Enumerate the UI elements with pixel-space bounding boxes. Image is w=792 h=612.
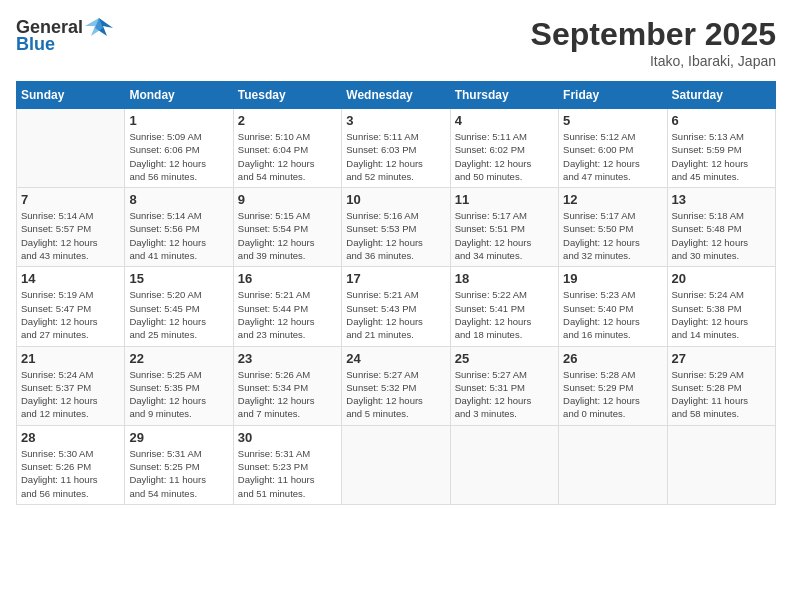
day-number: 3	[346, 113, 445, 128]
day-info: Sunrise: 5:30 AMSunset: 5:26 PMDaylight:…	[21, 447, 120, 500]
day-info: Sunrise: 5:24 AMSunset: 5:38 PMDaylight:…	[672, 288, 771, 341]
calendar-cell: 21Sunrise: 5:24 AMSunset: 5:37 PMDayligh…	[17, 346, 125, 425]
day-number: 29	[129, 430, 228, 445]
day-number: 8	[129, 192, 228, 207]
day-info: Sunrise: 5:31 AMSunset: 5:25 PMDaylight:…	[129, 447, 228, 500]
day-info: Sunrise: 5:27 AMSunset: 5:31 PMDaylight:…	[455, 368, 554, 421]
location-subtitle: Itako, Ibaraki, Japan	[531, 53, 776, 69]
column-header-tuesday: Tuesday	[233, 82, 341, 109]
calendar-header-row: SundayMondayTuesdayWednesdayThursdayFrid…	[17, 82, 776, 109]
calendar-cell	[17, 109, 125, 188]
day-number: 5	[563, 113, 662, 128]
day-info: Sunrise: 5:24 AMSunset: 5:37 PMDaylight:…	[21, 368, 120, 421]
logo: General Blue	[16, 16, 113, 55]
calendar-week-row: 7Sunrise: 5:14 AMSunset: 5:57 PMDaylight…	[17, 188, 776, 267]
day-info: Sunrise: 5:21 AMSunset: 5:44 PMDaylight:…	[238, 288, 337, 341]
calendar-cell: 25Sunrise: 5:27 AMSunset: 5:31 PMDayligh…	[450, 346, 558, 425]
calendar-cell: 6Sunrise: 5:13 AMSunset: 5:59 PMDaylight…	[667, 109, 775, 188]
day-number: 11	[455, 192, 554, 207]
calendar-cell: 9Sunrise: 5:15 AMSunset: 5:54 PMDaylight…	[233, 188, 341, 267]
day-info: Sunrise: 5:17 AMSunset: 5:50 PMDaylight:…	[563, 209, 662, 262]
day-number: 16	[238, 271, 337, 286]
day-info: Sunrise: 5:09 AMSunset: 6:06 PMDaylight:…	[129, 130, 228, 183]
column-header-monday: Monday	[125, 82, 233, 109]
logo-blue-text: Blue	[16, 34, 55, 55]
column-header-friday: Friday	[559, 82, 667, 109]
calendar-cell: 19Sunrise: 5:23 AMSunset: 5:40 PMDayligh…	[559, 267, 667, 346]
day-number: 15	[129, 271, 228, 286]
calendar-cell: 7Sunrise: 5:14 AMSunset: 5:57 PMDaylight…	[17, 188, 125, 267]
calendar-cell: 10Sunrise: 5:16 AMSunset: 5:53 PMDayligh…	[342, 188, 450, 267]
calendar-cell	[667, 425, 775, 504]
day-info: Sunrise: 5:25 AMSunset: 5:35 PMDaylight:…	[129, 368, 228, 421]
calendar-cell: 24Sunrise: 5:27 AMSunset: 5:32 PMDayligh…	[342, 346, 450, 425]
day-info: Sunrise: 5:10 AMSunset: 6:04 PMDaylight:…	[238, 130, 337, 183]
calendar-week-row: 14Sunrise: 5:19 AMSunset: 5:47 PMDayligh…	[17, 267, 776, 346]
day-info: Sunrise: 5:14 AMSunset: 5:57 PMDaylight:…	[21, 209, 120, 262]
day-number: 6	[672, 113, 771, 128]
day-info: Sunrise: 5:28 AMSunset: 5:29 PMDaylight:…	[563, 368, 662, 421]
calendar-cell: 28Sunrise: 5:30 AMSunset: 5:26 PMDayligh…	[17, 425, 125, 504]
day-number: 26	[563, 351, 662, 366]
title-section: September 2025 Itako, Ibaraki, Japan	[531, 16, 776, 69]
calendar-cell: 15Sunrise: 5:20 AMSunset: 5:45 PMDayligh…	[125, 267, 233, 346]
day-info: Sunrise: 5:31 AMSunset: 5:23 PMDaylight:…	[238, 447, 337, 500]
day-info: Sunrise: 5:21 AMSunset: 5:43 PMDaylight:…	[346, 288, 445, 341]
day-number: 20	[672, 271, 771, 286]
calendar-cell: 17Sunrise: 5:21 AMSunset: 5:43 PMDayligh…	[342, 267, 450, 346]
day-number: 9	[238, 192, 337, 207]
day-info: Sunrise: 5:11 AMSunset: 6:02 PMDaylight:…	[455, 130, 554, 183]
calendar-cell: 23Sunrise: 5:26 AMSunset: 5:34 PMDayligh…	[233, 346, 341, 425]
day-info: Sunrise: 5:17 AMSunset: 5:51 PMDaylight:…	[455, 209, 554, 262]
day-info: Sunrise: 5:18 AMSunset: 5:48 PMDaylight:…	[672, 209, 771, 262]
day-number: 22	[129, 351, 228, 366]
calendar-week-row: 28Sunrise: 5:30 AMSunset: 5:26 PMDayligh…	[17, 425, 776, 504]
day-number: 12	[563, 192, 662, 207]
day-number: 25	[455, 351, 554, 366]
day-number: 13	[672, 192, 771, 207]
day-number: 17	[346, 271, 445, 286]
day-info: Sunrise: 5:19 AMSunset: 5:47 PMDaylight:…	[21, 288, 120, 341]
calendar-table: SundayMondayTuesdayWednesdayThursdayFrid…	[16, 81, 776, 505]
day-number: 4	[455, 113, 554, 128]
day-info: Sunrise: 5:12 AMSunset: 6:00 PMDaylight:…	[563, 130, 662, 183]
day-number: 27	[672, 351, 771, 366]
calendar-cell: 27Sunrise: 5:29 AMSunset: 5:28 PMDayligh…	[667, 346, 775, 425]
day-info: Sunrise: 5:14 AMSunset: 5:56 PMDaylight:…	[129, 209, 228, 262]
day-number: 28	[21, 430, 120, 445]
calendar-cell: 16Sunrise: 5:21 AMSunset: 5:44 PMDayligh…	[233, 267, 341, 346]
day-info: Sunrise: 5:20 AMSunset: 5:45 PMDaylight:…	[129, 288, 228, 341]
day-info: Sunrise: 5:13 AMSunset: 5:59 PMDaylight:…	[672, 130, 771, 183]
page-header: General Blue September 2025 Itako, Ibara…	[16, 16, 776, 69]
calendar-cell: 1Sunrise: 5:09 AMSunset: 6:06 PMDaylight…	[125, 109, 233, 188]
calendar-cell: 3Sunrise: 5:11 AMSunset: 6:03 PMDaylight…	[342, 109, 450, 188]
day-number: 10	[346, 192, 445, 207]
column-header-wednesday: Wednesday	[342, 82, 450, 109]
calendar-cell	[559, 425, 667, 504]
day-info: Sunrise: 5:15 AMSunset: 5:54 PMDaylight:…	[238, 209, 337, 262]
day-number: 18	[455, 271, 554, 286]
calendar-cell: 13Sunrise: 5:18 AMSunset: 5:48 PMDayligh…	[667, 188, 775, 267]
day-number: 23	[238, 351, 337, 366]
calendar-cell: 4Sunrise: 5:11 AMSunset: 6:02 PMDaylight…	[450, 109, 558, 188]
calendar-cell: 29Sunrise: 5:31 AMSunset: 5:25 PMDayligh…	[125, 425, 233, 504]
calendar-cell: 30Sunrise: 5:31 AMSunset: 5:23 PMDayligh…	[233, 425, 341, 504]
day-number: 19	[563, 271, 662, 286]
calendar-cell: 22Sunrise: 5:25 AMSunset: 5:35 PMDayligh…	[125, 346, 233, 425]
day-number: 21	[21, 351, 120, 366]
day-info: Sunrise: 5:16 AMSunset: 5:53 PMDaylight:…	[346, 209, 445, 262]
column-header-sunday: Sunday	[17, 82, 125, 109]
month-title: September 2025	[531, 16, 776, 53]
logo-bird-icon	[85, 16, 113, 38]
day-number: 1	[129, 113, 228, 128]
calendar-cell	[342, 425, 450, 504]
calendar-cell: 11Sunrise: 5:17 AMSunset: 5:51 PMDayligh…	[450, 188, 558, 267]
calendar-week-row: 1Sunrise: 5:09 AMSunset: 6:06 PMDaylight…	[17, 109, 776, 188]
day-number: 24	[346, 351, 445, 366]
day-info: Sunrise: 5:27 AMSunset: 5:32 PMDaylight:…	[346, 368, 445, 421]
day-info: Sunrise: 5:11 AMSunset: 6:03 PMDaylight:…	[346, 130, 445, 183]
day-number: 7	[21, 192, 120, 207]
calendar-cell: 2Sunrise: 5:10 AMSunset: 6:04 PMDaylight…	[233, 109, 341, 188]
day-info: Sunrise: 5:26 AMSunset: 5:34 PMDaylight:…	[238, 368, 337, 421]
column-header-thursday: Thursday	[450, 82, 558, 109]
